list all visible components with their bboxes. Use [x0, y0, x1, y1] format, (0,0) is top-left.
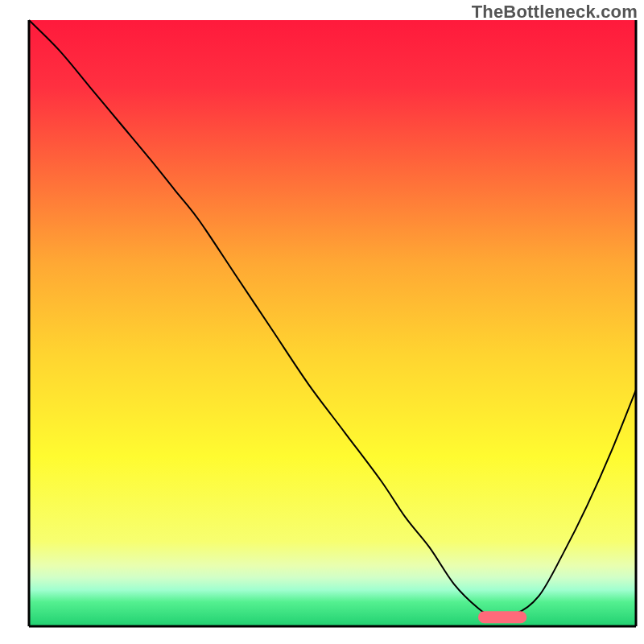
bottleneck-chart: TheBottleneck.com — [0, 0, 644, 644]
chart-canvas — [0, 0, 644, 644]
plot-background — [29, 20, 636, 626]
optimal-marker — [478, 611, 526, 623]
watermark-text: TheBottleneck.com — [472, 2, 638, 23]
